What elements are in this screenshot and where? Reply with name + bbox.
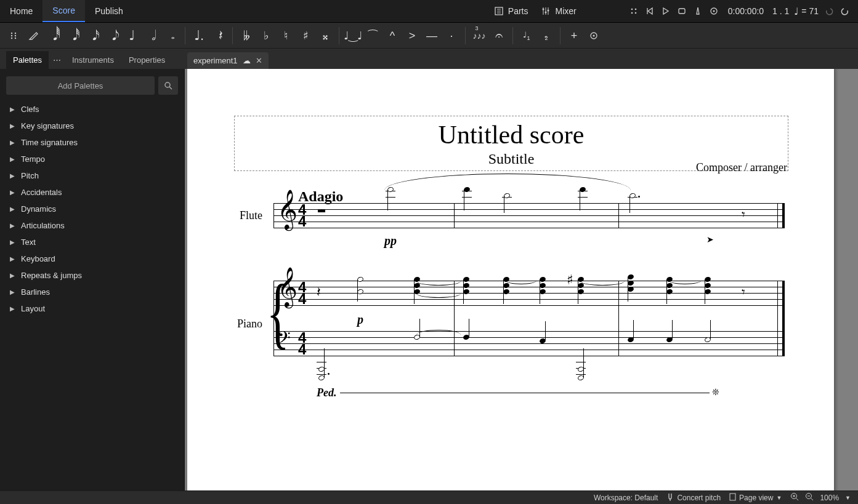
side-tab-palettes[interactable]: Palettes [6,51,49,69]
metronome-button[interactable] [692,6,703,17]
flip-tool[interactable]: 𝄐 [490,26,508,46]
side-tab-instruments[interactable]: Instruments [65,51,121,69]
palette-pitch[interactable]: ▶Pitch [6,167,178,184]
palette-accidentals[interactable]: ▶Accidentals [6,184,178,201]
flute-staff[interactable]: 𝄞 44 𝄾 [273,203,785,228]
marcato-tool[interactable]: ^ [384,26,401,46]
treble-clef-icon: 𝄞 [277,267,297,307]
palette-repeats-jumps[interactable]: ▶Repeats & jumps [6,267,178,284]
add-tool[interactable]: + [565,26,583,46]
mixer-button[interactable]: Mixer [536,3,580,19]
voice-1[interactable]: ♩1 [518,26,535,46]
close-tab-button[interactable]: ✕ [256,56,262,65]
dynamic-pp[interactable]: pp [384,234,397,248]
palette-clefs[interactable]: ▶Clefs [6,101,178,118]
palette-time-signatures[interactable]: ▶Time signatures [6,134,178,151]
piano-bass-staff[interactable]: 𝄢 44 [273,331,785,356]
svg-rect-15 [679,9,685,14]
settings-button[interactable] [708,6,719,17]
doc-tab-label: experiment1 [193,56,238,65]
sharp-icon: ♯ [567,272,573,288]
score-title[interactable]: Untitled score [439,120,585,150]
slur[interactable] [384,174,631,207]
palette-articulations[interactable]: ▶Articulations [6,217,178,234]
undo-button[interactable] [824,6,835,17]
note-half[interactable]: 𝅗𝅥 [143,26,160,46]
palette-tempo[interactable]: ▶Tempo [6,151,178,167]
zoom-out-button[interactable] [805,492,814,503]
piano-treble-staff[interactable]: 𝄞 44 𝄽 ♯ [273,281,785,305]
zoom-in-button[interactable] [790,492,799,503]
page-icon [729,493,736,503]
tuplet-tool[interactable]: 3♪♪♪ [471,26,488,46]
timesig-flute[interactable]: 44 [298,204,306,227]
tempo-value: = 71 [801,6,819,16]
grip-tool[interactable] [5,26,22,46]
tenuto-tool[interactable]: — [423,26,440,46]
pencil-tool[interactable] [25,26,42,46]
timesig-piano-t[interactable]: 44 [298,282,306,305]
side-tab-properties[interactable]: Properties [122,51,172,69]
flat-tool[interactable]: ♭ [257,26,275,46]
double-sharp-tool[interactable]: 𝄪 [317,26,334,46]
rest[interactable] [318,209,325,212]
palette-layout[interactable]: ▶Layout [6,300,178,317]
tab-score[interactable]: Score [42,0,85,22]
palette-keyboard[interactable]: ▶Keyboard [6,250,178,267]
composer-text[interactable]: Composer / arranger [696,161,787,174]
parts-button[interactable]: Parts [490,3,532,19]
side-tab-dots[interactable]: ⋯ [50,51,64,69]
tuning-fork-icon [666,492,674,503]
redo-button[interactable] [840,6,851,17]
rest-tool[interactable]: 𝄽 [210,26,227,46]
dot-tool[interactable]: ♩. [190,26,208,46]
note-quarter[interactable]: ♩ [123,26,140,46]
concert-pitch-toggle[interactable]: Concert pitch [666,492,721,503]
dynamic-p[interactable]: p [357,313,363,327]
pedal-mark[interactable]: Ped. [317,386,336,399]
note-8th[interactable]: 𝅘𝅥𝅮 [103,26,121,46]
quarter-note-icon: ♩ [794,6,799,17]
instrument-flute[interactable]: Flute [218,209,262,222]
note-32nd[interactable]: 𝅘𝅥𝅰 [64,26,81,46]
double-flat-tool[interactable]: 𝄫 [238,26,255,46]
grip-icon[interactable] [628,6,639,17]
score-subtitle[interactable]: Subtitle [488,151,535,167]
doc-tab[interactable]: experiment1 ☁ ✕ [187,52,269,69]
zoom-readout[interactable]: 100% [820,494,839,502]
settings-tool[interactable] [585,26,602,46]
score-canvas[interactable]: Untitled score Subtitle Composer / arran… [185,69,858,490]
top-tabs: Home Score Publish [0,0,133,22]
palette-text[interactable]: ▶Text [6,234,178,250]
mixer-label: Mixer [555,6,576,16]
search-palettes-button[interactable] [158,76,178,95]
slur-tool[interactable]: ⁀ [364,26,381,46]
palette-key-signatures[interactable]: ▶Key signatures [6,118,178,134]
sharp-tool[interactable]: ♯ [297,26,314,46]
note-16th[interactable]: 𝅘𝅥𝅯 [84,26,101,46]
tab-publish[interactable]: Publish [85,0,133,22]
loop-button[interactable] [676,6,687,17]
workspace-status[interactable]: Workspace: Default [594,494,658,502]
chevron-down-icon[interactable]: ▼ [845,495,851,501]
tie-tool[interactable]: ♩‿♩ [344,26,362,46]
page-view-dropdown[interactable]: Page view ▼ [729,493,782,503]
timesig-piano-b[interactable]: 44 [298,332,306,355]
treble-clef-icon: 𝄞 [277,190,297,230]
natural-tool[interactable]: ♮ [277,26,294,46]
accent-tool[interactable]: > [403,26,421,46]
instrument-piano[interactable]: Piano [217,318,262,330]
svg-point-8 [545,12,547,14]
voice-2[interactable]: 𝅗2 [538,26,555,46]
staccato-tool[interactable]: · [443,26,460,46]
add-palettes-button[interactable]: Add Palettes [6,76,155,95]
palette-barlines[interactable]: ▶Barlines [6,284,178,300]
note-64th[interactable]: 𝅘𝅥𝅱 [44,26,62,46]
doc-tabstrip: experiment1 ☁ ✕ [187,49,269,69]
palette-dynamics[interactable]: ▶Dynamics [6,201,178,217]
note-whole[interactable]: 𝅝 [163,26,180,46]
rewind-button[interactable] [644,6,655,17]
tab-home[interactable]: Home [0,0,42,22]
play-button[interactable] [660,6,671,17]
beat-readout: 1 . 1 [772,6,789,16]
